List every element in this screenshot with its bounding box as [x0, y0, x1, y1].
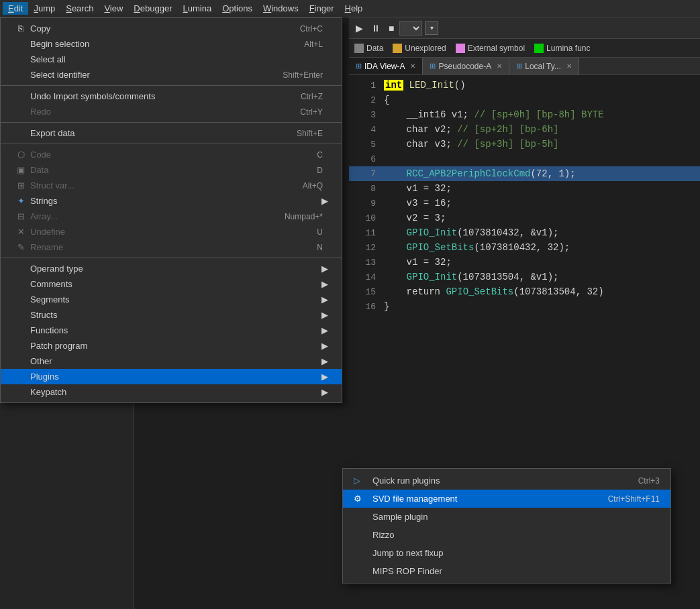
operand-arrow: ▶: [321, 264, 328, 274]
code-text-4: char v2; // [sp+2h] [bp-6h]: [384, 124, 558, 135]
code-line-13: 13 v1 = 32;: [349, 255, 700, 270]
menu-item-begin-selection[interactable]: Begin selection Alt+L: [1, 36, 342, 52]
menu-item-plugins[interactable]: Plugins ▶: [1, 369, 342, 384]
quick-run-label: Quick run plugins: [372, 476, 440, 486]
separator-3: [1, 144, 342, 144]
menu-edit[interactable]: Edit: [3, 2, 28, 15]
menu-lumina[interactable]: Lumina: [177, 2, 217, 15]
menu-item-undefine[interactable]: ✕ Undefine U: [1, 224, 342, 239]
menu-item-export[interactable]: Export data Shift+E: [1, 125, 342, 141]
legend-data-color: [354, 44, 364, 53]
code-line-15: 15 return GPIO_SetBits(1073813504, 32): [349, 284, 700, 299]
toolbar-pause[interactable]: ⏸: [368, 21, 383, 35]
menu-debugger[interactable]: Debugger: [128, 2, 177, 15]
menu-item-patch[interactable]: Patch program ▶: [1, 338, 342, 353]
tab-localtype-close[interactable]: ✕: [566, 62, 572, 70]
export-label: Export data: [30, 128, 75, 138]
submenu-mips-rop[interactable]: MIPS ROP Finder: [343, 562, 670, 580]
toolbar: ▶ ⏸ ■ No debugger ▾: [349, 17, 700, 39]
menu-item-other[interactable]: Other ▶: [1, 353, 342, 369]
plugins-submenu: ▷ Quick run plugins Ctrl+3 ⚙ SVD file ma…: [342, 468, 671, 584]
submenu-rizzo[interactable]: Rizzo: [343, 526, 670, 544]
menu-item-undo[interactable]: Undo Import symbols/comments Ctrl+Z: [1, 89, 342, 104]
menu-item-comments[interactable]: Comments ▶: [1, 276, 342, 292]
menu-item-strings[interactable]: ✦ Strings ▶: [1, 193, 342, 209]
code-line-2: 2 {: [349, 93, 700, 107]
menu-item-segments[interactable]: Segments ▶: [1, 292, 342, 307]
code-icon: ⬡: [14, 150, 28, 160]
tab-pseudocode-label: Pseudocode-A: [438, 62, 491, 71]
legend-unexplored-color: [393, 44, 402, 53]
menu-finger[interactable]: Finger: [304, 2, 340, 15]
struct-icon: ⊞: [14, 180, 28, 190]
tab-pseudocode[interactable]: ⊞ Pseudocode-A ✕: [423, 58, 509, 74]
other-label: Other: [30, 356, 52, 366]
undefine-label: Undefine: [30, 227, 65, 237]
menu-item-operand[interactable]: Operand type ▶: [1, 261, 342, 276]
select-all-label: Select all: [30, 54, 66, 64]
legend-external-label: External symbol: [468, 44, 525, 53]
code-line-6: 6: [349, 152, 700, 166]
code-line-10: 10 v2 = 3;: [349, 211, 700, 225]
menu-item-select-identifier[interactable]: Select identifier Shift+Enter: [1, 67, 342, 82]
tab-bar: ⊞ IDA View-A ✕ ⊞ Pseudocode-A ✕ ⊞ Local …: [349, 58, 700, 75]
code-label: Code: [30, 150, 51, 160]
debugger-select[interactable]: No debugger: [399, 21, 422, 36]
rizzo-label: Rizzo: [372, 530, 395, 540]
menu-view[interactable]: View: [99, 2, 128, 15]
submenu-sample[interactable]: Sample plugin: [343, 508, 670, 526]
menu-item-copy[interactable]: ⎘ Copy Ctrl+C: [1, 21, 342, 36]
tab-ida-view-close[interactable]: ✕: [410, 62, 415, 70]
menu-help[interactable]: Help: [340, 2, 368, 15]
toolbar-play[interactable]: ▶: [353, 21, 366, 35]
code-line-12: 12 GPIO_SetBits(1073810432, 32);: [349, 240, 700, 255]
menu-item-structs[interactable]: Structs ▶: [1, 307, 342, 323]
legend-lumina-color: [534, 44, 544, 53]
menu-item-rename[interactable]: ✎ Rename N: [1, 239, 342, 255]
menu-options[interactable]: Options: [217, 2, 258, 15]
tab-localtype[interactable]: ⊞ Local Ty... ✕: [509, 58, 579, 74]
menu-search[interactable]: Search: [60, 2, 99, 15]
menu-item-redo[interactable]: Redo Ctrl+Y: [1, 104, 342, 119]
tab-pseudocode-close[interactable]: ✕: [497, 62, 502, 70]
menu-windows[interactable]: Windows: [258, 2, 304, 15]
menu-item-code[interactable]: ⬡ Code C: [1, 147, 342, 162]
copy-shortcut: Ctrl+C: [300, 24, 328, 34]
tab-ida-view[interactable]: ⊞ IDA View-A ✕: [349, 58, 423, 74]
menu-jump[interactable]: Jump: [28, 2, 60, 15]
segments-arrow: ▶: [321, 294, 328, 304]
submenu-quick-run[interactable]: ▷ Quick run plugins Ctrl+3: [343, 472, 670, 490]
menu-item-functions[interactable]: Functions ▶: [1, 323, 342, 338]
mips-rop-label: MIPS ROP Finder: [372, 566, 442, 576]
structs-arrow: ▶: [321, 310, 328, 320]
code-text-16: }: [384, 301, 389, 312]
plugins-arrow: ▶: [321, 372, 328, 382]
copy-icon: ⎘: [14, 23, 28, 34]
submenu-svd[interactable]: ⚙ SVD file management Ctrl+Shift+F11: [343, 490, 670, 508]
code-line-16: 16 }: [349, 299, 700, 314]
menu-item-data[interactable]: ▣ Data D: [1, 162, 342, 178]
toolbar-stop[interactable]: ■: [386, 21, 397, 35]
strings-icon: ✦: [14, 196, 28, 206]
legend-unexplored: Unexplored: [393, 44, 446, 53]
legend-external: External symbol: [456, 44, 525, 53]
select-identifier-label: Select identifier: [30, 70, 90, 80]
select-identifier-shortcut: Shift+Enter: [283, 70, 328, 80]
toolbar-more[interactable]: ▾: [425, 21, 438, 35]
array-label: Array...: [30, 211, 58, 221]
code-parens-1: (): [454, 80, 466, 91]
undefine-shortcut: U: [317, 227, 328, 237]
code-line-7: 7 RCC_APB2PeriphClockCmd(72, 1);: [349, 166, 700, 181]
code-line-4: 4 char v2; // [sp+2h] [bp-6h]: [349, 122, 700, 137]
menu-item-array[interactable]: ⊟ Array... Numpad+*: [1, 209, 342, 224]
code-text-12: GPIO_SetBits: [384, 242, 474, 253]
data-shortcut: D: [317, 166, 328, 175]
menu-item-select-all[interactable]: Select all: [1, 52, 342, 67]
menu-item-keypatch[interactable]: Keypatch ▶: [1, 384, 342, 400]
plugins-label: Plugins: [30, 372, 59, 382]
redo-shortcut: Ctrl+Y: [300, 107, 328, 117]
rename-icon: ✎: [14, 242, 28, 252]
menu-item-struct[interactable]: ⊞ Struct var... Alt+Q: [1, 178, 342, 193]
submenu-jump-fixup[interactable]: Jump to next fixup: [343, 544, 670, 562]
legend-data: Data: [354, 44, 383, 53]
